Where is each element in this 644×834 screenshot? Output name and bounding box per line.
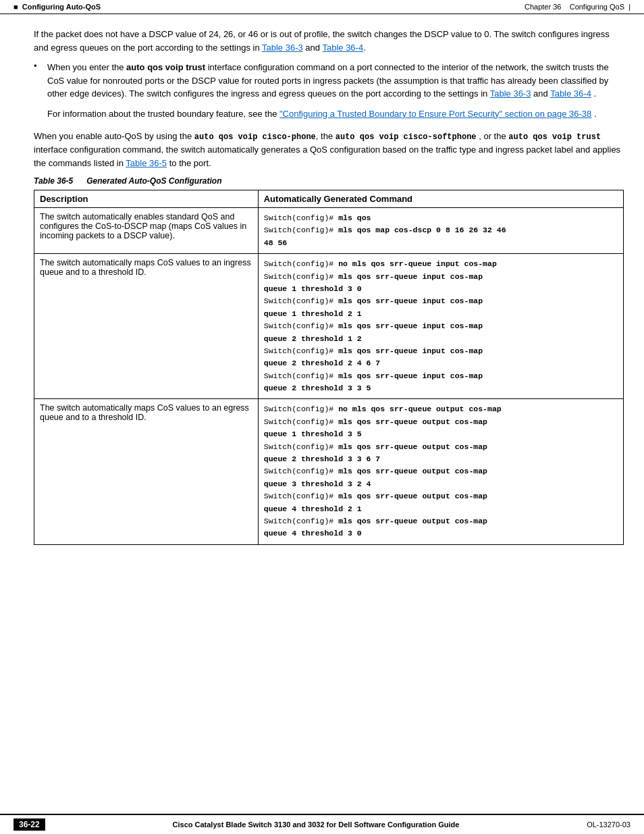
row2-commands: Switch(config)# no mls qos srr-queue inp… [258, 254, 623, 399]
auto-qos-table: Description Automatically Generated Comm… [34, 190, 624, 545]
page-footer: 36-22 Cisco Catalyst Blade Switch 3130 a… [0, 814, 644, 834]
table36-3-link-1[interactable]: Table 36-3 [262, 43, 303, 53]
bullet-dot: • [34, 61, 37, 71]
row3-commands: Switch(config)# no mls qos srr-queue out… [258, 399, 623, 544]
row1-description: The switch automatically enables standar… [34, 208, 259, 254]
bullet-text: When you enter the auto qos voip trust i… [47, 61, 624, 101]
header-sidebar-bullet: ■ [14, 3, 20, 11]
table36-5-link[interactable]: Table 36-5 [126, 158, 167, 168]
table-row: The switch automatically enables standar… [34, 208, 624, 254]
table-row: The switch automatically maps CoS values… [34, 399, 624, 544]
table36-3-link-2[interactable]: Table 36-3 [490, 88, 531, 99]
paragraph-2: When you enable auto-QoS by using the au… [34, 130, 624, 170]
table-row: The switch automatically maps CoS values… [34, 254, 624, 399]
bullet-voip-trust: • When you enter the auto qos voip trust… [34, 61, 624, 120]
col-header-description: Description [34, 190, 259, 208]
page: ■ Configuring Auto-QoS Chapter 36 Config… [0, 0, 644, 834]
footer-doc-number: OL-13270-03 [587, 820, 630, 829]
row3-description: The switch automatically maps CoS values… [34, 399, 259, 544]
trusted-boundary-para: For information about the trusted bounda… [47, 107, 624, 121]
table36-4-link-1[interactable]: Table 36-4 [322, 43, 363, 53]
row2-description: The switch automatically maps CoS values… [34, 254, 259, 399]
paragraph-1: If the packet does not have a DSCP value… [34, 28, 624, 54]
table-header-row: Description Automatically Generated Comm… [34, 190, 624, 208]
trusted-boundary-link[interactable]: "Configuring a Trusted Boundary to Ensur… [279, 109, 591, 119]
header-right-text: Chapter 36 Configuring QoS | [525, 3, 630, 11]
table-caption: Table 36-5 Generated Auto-QoS Configurat… [34, 176, 624, 186]
header-chapter: ■ Configuring Auto-QoS [14, 3, 101, 11]
page-header: ■ Configuring Auto-QoS Chapter 36 Config… [0, 0, 644, 14]
col-header-command: Automatically Generated Command [258, 190, 623, 208]
page-number: 36-22 [14, 818, 45, 831]
main-content: If the packet does not have a DSCP value… [34, 14, 624, 545]
table36-4-link-2[interactable]: Table 36-4 [550, 88, 591, 99]
footer-doc-title: Cisco Catalyst Blade Switch 3130 and 303… [173, 820, 460, 829]
row1-commands: Switch(config)# mls qos Switch(config)# … [258, 208, 623, 254]
